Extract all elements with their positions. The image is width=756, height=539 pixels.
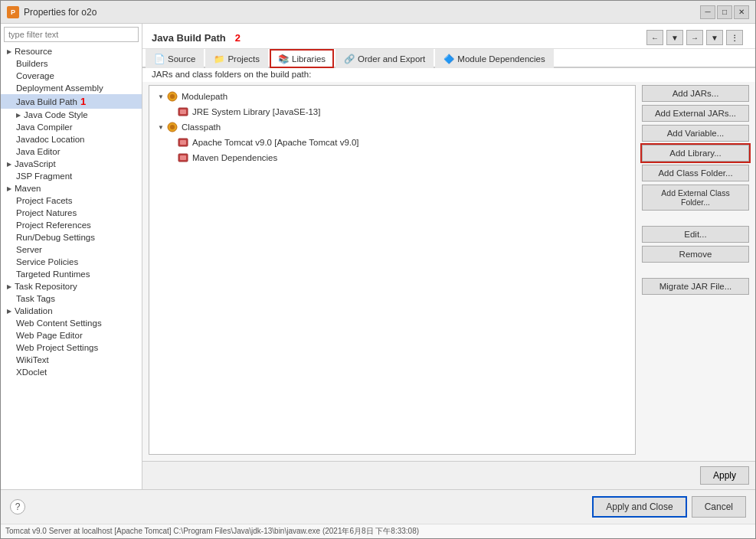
edit-button[interactable]: Edit... [642, 226, 749, 243]
source-tab-icon: 📄 [154, 54, 165, 64]
nav-dropdown[interactable]: ▼ [666, 30, 683, 45]
add-jars-button[interactable]: Add JARs... [642, 85, 749, 102]
tree-item-jre[interactable]: JRE System Library [JavaSE-13] [152, 104, 632, 119]
spacer-1 [642, 214, 749, 223]
sidebar-item-java-compiler[interactable]: Java Compiler [1, 121, 142, 133]
svg-rect-7 [180, 140, 186, 145]
jre-label: JRE System Library [JavaSE-13] [192, 107, 320, 116]
sidebar-item-jsp-fragment[interactable]: JSP Fragment [1, 170, 142, 182]
sidebar-item-resource[interactable]: Resource [1, 45, 142, 57]
sidebar-item-server[interactable]: Server [1, 243, 142, 256]
svg-rect-9 [180, 155, 186, 160]
sidebar-item-web-page-editor[interactable]: Web Page Editor [1, 329, 142, 341]
tabs-bar: 📄 Source 📁 Projects 📚 Libraries 🔗 Order … [142, 49, 755, 68]
tab-module-dependencies[interactable]: 🔷 Module Dependencies [435, 49, 553, 68]
maven-expand-icon [166, 152, 177, 163]
tab-projects[interactable]: 📁 Projects [205, 49, 268, 68]
main-panel: Java Build Path 2 ← ▼ → ▼ ⋮ 📄 Source 📁 [142, 24, 755, 489]
window-controls: ─ □ ✕ [700, 5, 749, 19]
migrate-jar-button[interactable]: Migrate JAR File... [642, 278, 749, 295]
sidebar-item-project-natures[interactable]: Project Natures [1, 207, 142, 219]
sidebar-item-maven[interactable]: Maven [1, 182, 142, 194]
filter-input[interactable] [4, 27, 139, 42]
close-button[interactable]: ✕ [734, 5, 749, 19]
tab-source[interactable]: 📄 Source [146, 49, 204, 68]
sidebar-item-javascript[interactable]: JavaScript [1, 158, 142, 170]
module-tab-label: Module Dependencies [457, 54, 545, 64]
apply-area: Apply [142, 461, 755, 489]
forward-button[interactable]: → [686, 30, 703, 45]
jars-and-buttons: Modulepath JRE System Library [JavaSE-13… [142, 82, 755, 461]
add-class-folder-button[interactable]: Add Class Folder... [642, 165, 749, 181]
svg-rect-3 [180, 109, 186, 114]
sidebar-item-task-repository[interactable]: Task Repository [1, 280, 142, 292]
nav-area: ← ▼ → ▼ ⋮ [646, 30, 746, 45]
title-bar: P Properties for o2o ─ □ ✕ [1, 1, 755, 24]
sidebar-item-targeted-runtimes[interactable]: Targeted Runtimes [1, 268, 142, 280]
tab-libraries[interactable]: 📚 Libraries [270, 49, 334, 68]
minimize-button[interactable]: ─ [700, 5, 715, 19]
dialog-footer: ? Apply and Close Cancel [1, 489, 755, 524]
modulepath-label: Modulepath [182, 92, 227, 101]
add-variable-button[interactable]: Add Variable... [642, 125, 749, 142]
sidebar: Resource Builders Coverage Deployment As… [1, 24, 142, 489]
sidebar-item-web-project-settings[interactable]: Web Project Settings [1, 341, 142, 354]
module-tab-icon: 🔷 [443, 54, 454, 64]
status-bar: Tomcat v9.0 Server at localhost [Apache … [1, 524, 755, 538]
sidebar-item-validation[interactable]: Validation [1, 305, 142, 317]
sidebar-item-deployment-assembly[interactable]: Deployment Assembly [1, 82, 142, 94]
sidebar-item-task-tags[interactable]: Task Tags [1, 292, 142, 305]
svg-point-5 [170, 125, 175, 129]
sidebar-item-web-content-settings[interactable]: Web Content Settings [1, 317, 142, 329]
maximize-button[interactable]: □ [717, 5, 732, 19]
order-tab-label: Order and Export [358, 54, 425, 64]
add-external-class-folder-button[interactable]: Add External Class Folder... [642, 185, 749, 211]
menu-button[interactable]: ⋮ [726, 30, 743, 45]
window-icon: P [7, 6, 19, 18]
tree-item-classpath[interactable]: Classpath [152, 119, 632, 135]
tree-item-tomcat[interactable]: Apache Tomcat v9.0 [Apache Tomcat v9.0] [152, 135, 632, 150]
tab-order-export[interactable]: 🔗 Order and Export [335, 49, 434, 68]
add-library-button[interactable]: Add Library... [642, 145, 749, 162]
classpath-label: Classpath [182, 122, 221, 132]
source-tab-label: Source [168, 54, 195, 64]
sidebar-item-java-editor[interactable]: Java Editor [1, 145, 142, 158]
sidebar-item-run-debug[interactable]: Run/Debug Settings [1, 231, 142, 243]
nav-dropdown2[interactable]: ▼ [706, 30, 723, 45]
libraries-tab-label: Libraries [292, 54, 326, 64]
modulepath-icon [166, 90, 178, 103]
jre-expand-icon [166, 106, 177, 117]
tomcat-icon [177, 136, 189, 149]
apply-button[interactable]: Apply [700, 466, 749, 485]
sidebar-item-wikitext[interactable]: WikiText [1, 354, 142, 366]
sidebar-item-xdoclet[interactable]: XDoclet [1, 366, 142, 378]
order-tab-icon: 🔗 [344, 54, 355, 64]
sidebar-item-project-facets[interactable]: Project Facets [1, 194, 142, 207]
tree-item-maven[interactable]: Maven Dependencies [152, 150, 632, 165]
add-external-jars-button[interactable]: Add External JARs... [642, 105, 749, 122]
sidebar-item-javadoc-location[interactable]: Javadoc Location [1, 133, 142, 145]
tree-container[interactable]: Modulepath JRE System Library [JavaSE-13… [149, 85, 636, 455]
sidebar-item-java-code-style[interactable]: Java Code Style [1, 109, 142, 121]
projects-tab-icon: 📁 [214, 54, 224, 64]
annotation-1: 1 [80, 96, 86, 107]
sidebar-item-coverage[interactable]: Coverage [1, 70, 142, 82]
cancel-button[interactable]: Cancel [692, 496, 746, 518]
back-button[interactable]: ← [646, 30, 663, 45]
sidebar-item-java-build-path[interactable]: Java Build Path 1 [1, 94, 142, 109]
help-button[interactable]: ? [10, 499, 25, 514]
jre-icon [177, 106, 189, 118]
maven-label: Maven Dependencies [192, 153, 277, 162]
maven-icon [177, 152, 189, 164]
sidebar-item-builders[interactable]: Builders [1, 57, 142, 70]
tree-item-modulepath[interactable]: Modulepath [152, 89, 632, 104]
footer-left: ? [10, 499, 25, 514]
remove-button[interactable]: Remove [642, 246, 749, 263]
classpath-icon [166, 121, 178, 133]
sidebar-item-service-policies[interactable]: Service Policies [1, 256, 142, 268]
sidebar-item-project-references[interactable]: Project References [1, 219, 142, 231]
main-header: Java Build Path 2 ← ▼ → ▼ ⋮ [142, 24, 755, 49]
classpath-expand-icon [155, 122, 166, 132]
right-buttons: Add JARs... Add External JARs... Add Var… [642, 85, 749, 455]
apply-and-close-button[interactable]: Apply and Close [592, 496, 686, 518]
